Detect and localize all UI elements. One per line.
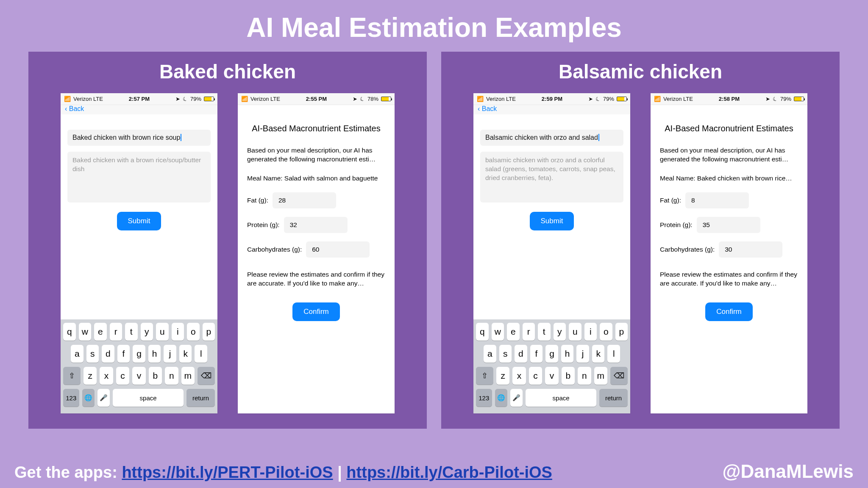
estimate-intro: Based on your meal description, our AI h… xyxy=(660,146,798,164)
key-y[interactable]: y xyxy=(141,323,153,341)
key-d[interactable]: d xyxy=(102,345,114,363)
key-t[interactable]: t xyxy=(538,323,551,341)
key-z[interactable]: z xyxy=(496,367,509,385)
link-carb-pilot[interactable]: https://bit.ly/Carb-Pilot-iOS xyxy=(346,463,552,481)
meal-title-input[interactable]: Baked chicken with brown rice soup xyxy=(67,130,211,146)
key-d[interactable]: d xyxy=(515,345,527,363)
key-q[interactable]: q xyxy=(476,323,489,341)
key-123[interactable]: 123 xyxy=(476,389,492,407)
key-k[interactable]: k xyxy=(592,345,605,363)
key-s[interactable]: s xyxy=(499,345,512,363)
key-backspace[interactable]: ⌫ xyxy=(610,367,628,385)
submit-button[interactable]: Submit xyxy=(117,212,161,230)
example-panel: Baked chicken 📶 Verizon LTE 2:57 PM ➤ ☾ … xyxy=(28,52,427,429)
key-h[interactable]: h xyxy=(561,345,574,363)
key-v[interactable]: v xyxy=(132,367,145,385)
link-pert-pilot[interactable]: https://bit.ly/PERT-Pilot-iOS xyxy=(122,463,333,481)
key-r[interactable]: r xyxy=(110,323,122,341)
key-shift[interactable]: ⇧ xyxy=(476,367,493,385)
fat-value[interactable]: 8 xyxy=(685,192,749,208)
confirm-button[interactable]: Confirm xyxy=(292,302,340,321)
battery-percent: 79% xyxy=(780,96,791,102)
key-f[interactable]: f xyxy=(530,345,543,363)
key-t[interactable]: t xyxy=(125,323,138,341)
key-c[interactable]: c xyxy=(116,367,129,385)
key-globe[interactable]: 🌐 xyxy=(82,389,95,407)
key-backspace[interactable]: ⌫ xyxy=(198,367,215,385)
key-i[interactable]: i xyxy=(584,323,597,341)
key-x[interactable]: x xyxy=(100,367,113,385)
key-a[interactable]: a xyxy=(484,345,496,363)
protein-value[interactable]: 32 xyxy=(284,217,348,233)
signal-icon: 📶 xyxy=(241,96,248,102)
key-e[interactable]: e xyxy=(94,323,107,341)
key-space[interactable]: space xyxy=(526,389,596,407)
key-space[interactable]: space xyxy=(113,389,184,407)
dnd-icon: ☾ xyxy=(359,95,366,103)
example-panel: Balsamic chicken 📶 Verizon LTE 2:59 PM ➤… xyxy=(441,52,840,429)
key-e[interactable]: e xyxy=(507,323,520,341)
meal-title-input[interactable]: Balsamic chicken with orzo and salad xyxy=(480,130,623,146)
battery-percent: 79% xyxy=(603,96,614,102)
meal-description-input[interactable]: Baked chicken with a brown rice/soup/but… xyxy=(67,152,211,202)
key-mic[interactable]: 🎤 xyxy=(97,389,110,407)
key-s[interactable]: s xyxy=(86,345,99,363)
panels-container: Baked chicken 📶 Verizon LTE 2:57 PM ➤ ☾ … xyxy=(0,52,868,429)
carb-value[interactable]: 60 xyxy=(306,241,370,258)
key-z[interactable]: z xyxy=(83,367,97,385)
key-b[interactable]: b xyxy=(149,367,162,385)
key-x[interactable]: x xyxy=(512,367,526,385)
location-icon: ➤ xyxy=(175,96,180,102)
meal-description-input[interactable]: balsamic chicken with orzo and a colorfu… xyxy=(480,152,623,202)
key-w[interactable]: w xyxy=(79,323,92,341)
carb-value[interactable]: 30 xyxy=(719,241,782,258)
location-icon: ➤ xyxy=(353,96,357,102)
key-f[interactable]: f xyxy=(117,345,130,363)
confirm-button[interactable]: Confirm xyxy=(705,302,753,321)
key-p[interactable]: p xyxy=(615,323,628,341)
key-a[interactable]: a xyxy=(71,345,83,363)
key-i[interactable]: i xyxy=(172,323,184,341)
key-p[interactable]: p xyxy=(203,323,215,341)
key-c[interactable]: c xyxy=(529,367,542,385)
key-o[interactable]: o xyxy=(187,323,200,341)
carrier-label: Verizon LTE xyxy=(663,96,693,102)
key-y[interactable]: y xyxy=(554,323,566,341)
key-l[interactable]: l xyxy=(195,345,207,363)
key-m[interactable]: m xyxy=(181,367,195,385)
phone-estimate-screen: 📶 Verizon LTE 2:58 PM ➤ ☾ 79% AI-Based M… xyxy=(651,93,807,413)
nav-back[interactable]: ‹ Back xyxy=(61,105,217,114)
key-k[interactable]: k xyxy=(179,345,192,363)
key-n[interactable]: n xyxy=(165,367,178,385)
key-l[interactable]: l xyxy=(607,345,620,363)
carrier-label: Verizon LTE xyxy=(250,96,280,102)
key-g[interactable]: g xyxy=(133,345,145,363)
key-globe[interactable]: 🌐 xyxy=(495,389,507,407)
nav-back[interactable]: ‹ Back xyxy=(473,105,630,114)
battery-percent: 79% xyxy=(190,96,201,102)
key-u[interactable]: u xyxy=(156,323,169,341)
submit-button[interactable]: Submit xyxy=(530,212,574,230)
fat-value[interactable]: 28 xyxy=(273,192,336,208)
key-n[interactable]: n xyxy=(578,367,591,385)
key-u[interactable]: u xyxy=(569,323,581,341)
protein-value[interactable]: 35 xyxy=(697,217,760,233)
key-r[interactable]: r xyxy=(523,323,535,341)
dnd-icon: ☾ xyxy=(182,95,189,103)
key-123[interactable]: 123 xyxy=(63,389,79,407)
key-w[interactable]: w xyxy=(492,323,504,341)
key-b[interactable]: b xyxy=(562,367,575,385)
key-o[interactable]: o xyxy=(600,323,612,341)
key-return[interactable]: return xyxy=(599,389,628,407)
estimate-intro: Based on your meal description, our AI h… xyxy=(247,146,385,164)
key-v[interactable]: v xyxy=(545,367,558,385)
key-m[interactable]: m xyxy=(594,367,607,385)
key-j[interactable]: j xyxy=(164,345,176,363)
key-j[interactable]: j xyxy=(576,345,589,363)
key-q[interactable]: q xyxy=(63,323,76,341)
key-return[interactable]: return xyxy=(186,389,215,407)
key-shift[interactable]: ⇧ xyxy=(63,367,81,385)
key-h[interactable]: h xyxy=(148,345,161,363)
key-g[interactable]: g xyxy=(545,345,558,363)
key-mic[interactable]: 🎤 xyxy=(510,389,523,407)
